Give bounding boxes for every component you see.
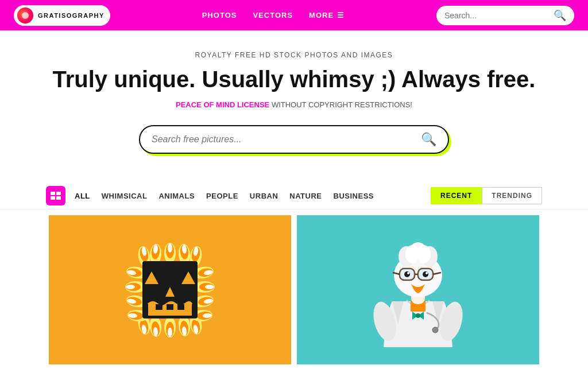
sort-recent[interactable]: RECENT bbox=[431, 187, 482, 204]
image-card-candy-pumpkin[interactable] bbox=[49, 215, 291, 364]
filter-people[interactable]: PEOPLE bbox=[206, 189, 238, 203]
filter-urban[interactable]: URBAN bbox=[250, 189, 278, 203]
svg-point-87 bbox=[425, 272, 428, 274]
image-card-duck-doctor[interactable] bbox=[297, 215, 539, 364]
header-search-input[interactable] bbox=[444, 11, 549, 20]
hero-search-wrap: 🔍 bbox=[11, 125, 577, 154]
logo[interactable]: GRATISOGRAPHY bbox=[14, 5, 110, 26]
filter-whimsical[interactable]: WHIMSICAL bbox=[102, 189, 148, 203]
nav-vectors[interactable]: VECTORS bbox=[253, 11, 293, 20]
svg-point-51 bbox=[205, 285, 214, 289]
image-placeholder-1 bbox=[49, 215, 291, 364]
image-grid bbox=[0, 209, 588, 364]
svg-rect-63 bbox=[167, 304, 173, 310]
sort-trending[interactable]: TRENDING bbox=[482, 187, 542, 204]
svg-rect-1 bbox=[56, 192, 61, 195]
header-search-icon[interactable]: 🔍 bbox=[554, 9, 566, 22]
svg-point-39 bbox=[126, 285, 135, 289]
filter-bar: ALL WHIMSICAL ANIMALS PEOPLE URBAN NATUR… bbox=[0, 186, 588, 209]
sort-buttons: RECENT TRENDING bbox=[431, 187, 542, 204]
hero-search-box: 🔍 bbox=[139, 125, 449, 154]
svg-point-84 bbox=[404, 271, 410, 277]
svg-point-69 bbox=[432, 327, 438, 333]
filter-business[interactable]: BUSINESS bbox=[334, 189, 374, 203]
hamburger-icon: ☰ bbox=[337, 11, 345, 20]
logo-icon bbox=[17, 7, 33, 24]
filter-animals[interactable]: ANIMALS bbox=[158, 189, 195, 203]
svg-rect-3 bbox=[56, 196, 61, 200]
hero-search-input[interactable] bbox=[152, 134, 415, 145]
header: GRATISOGRAPHY PHOTOS VECTORS MORE ☰ 🔍 bbox=[0, 0, 588, 30]
svg-rect-62 bbox=[156, 304, 163, 310]
svg-point-68 bbox=[416, 313, 420, 318]
hero-section: ROYALTY FREE HD STOCK PHOTOS AND IMAGES … bbox=[0, 30, 588, 186]
license-link[interactable]: PEACE OF MIND LICENSE bbox=[176, 100, 269, 109]
svg-rect-64 bbox=[177, 304, 184, 310]
svg-rect-2 bbox=[51, 196, 55, 200]
pumpkin-svg bbox=[113, 232, 227, 347]
filter-icon[interactable] bbox=[46, 186, 65, 205]
hero-subtitle: ROYALTY FREE HD STOCK PHOTOS AND IMAGES bbox=[11, 51, 577, 59]
grid-icon bbox=[51, 192, 61, 200]
nav-more[interactable]: MORE ☰ bbox=[309, 11, 345, 20]
main-nav: PHOTOS VECTORS MORE ☰ bbox=[129, 11, 418, 20]
svg-rect-0 bbox=[51, 192, 55, 195]
hero-license: PEACE OF MIND LICENSE WITHOUT COPYRIGHT … bbox=[11, 100, 577, 109]
nav-photos[interactable]: PHOTOS bbox=[202, 11, 237, 20]
duck-doctor-svg bbox=[361, 221, 475, 359]
svg-point-85 bbox=[423, 271, 428, 277]
svg-point-86 bbox=[407, 272, 409, 274]
hero-title: Truly unique. Usually whimsy ;) Always f… bbox=[11, 66, 577, 92]
filter-items: ALL WHIMSICAL ANIMALS PEOPLE URBAN NATUR… bbox=[75, 189, 431, 203]
svg-point-27 bbox=[168, 328, 172, 337]
svg-point-76 bbox=[417, 245, 431, 263]
svg-point-12 bbox=[168, 243, 172, 252]
image-placeholder-2 bbox=[297, 215, 539, 364]
hero-search-icon[interactable]: 🔍 bbox=[421, 132, 436, 147]
logo-text: GRATISOGRAPHY bbox=[38, 12, 105, 19]
filter-all[interactable]: ALL bbox=[75, 189, 90, 203]
filter-nature[interactable]: NATURE bbox=[289, 189, 322, 203]
header-search: 🔍 bbox=[436, 6, 574, 25]
